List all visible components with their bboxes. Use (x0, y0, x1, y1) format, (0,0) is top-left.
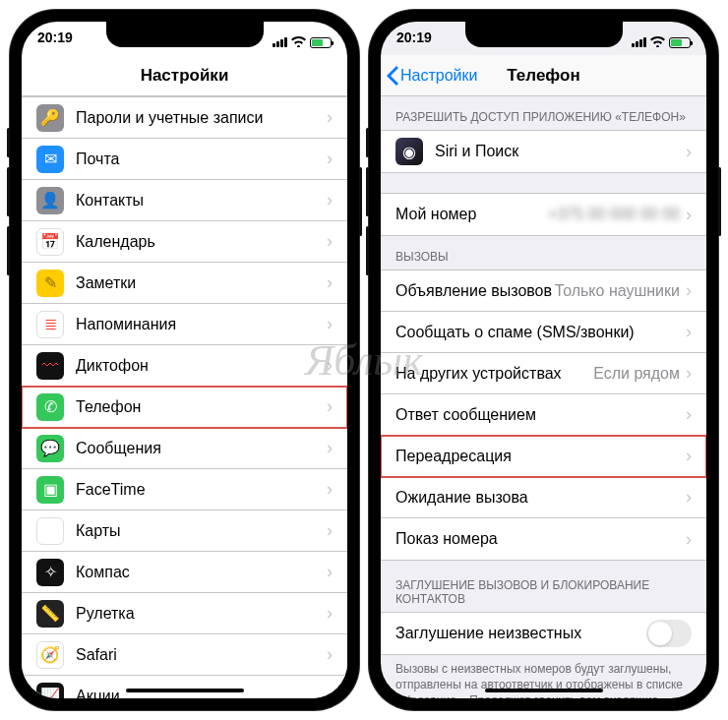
calls-row-4[interactable]: Переадресация› (381, 436, 706, 477)
calls-row-1[interactable]: Сообщать о спаме (SMS/звонки)› (381, 312, 706, 353)
chevron-right-icon: › (327, 603, 333, 624)
row-siri-search[interactable]: ◉ Siri и Поиск › (381, 131, 706, 172)
settings-row-5[interactable]: ≣Напоминания› (22, 304, 347, 345)
back-button[interactable]: Настройки (387, 66, 477, 86)
settings-row-13[interactable]: 🧭Safari› (22, 634, 347, 676)
calls-row-2[interactable]: На других устройствахЕсли рядом› (381, 353, 706, 394)
settings-row-12[interactable]: 📏Рулетка› (22, 593, 347, 634)
home-indicator (126, 689, 244, 692)
chevron-right-icon: › (686, 529, 692, 550)
app-icon: 〰 (36, 352, 64, 380)
app-icon: 👤 (36, 187, 64, 214)
settings-row-1[interactable]: ✉Почта› (22, 139, 347, 180)
app-icon: ≣ (36, 311, 64, 338)
notch (106, 22, 264, 47)
settings-row-11[interactable]: ✧Компас› (22, 552, 347, 593)
signal-icon (632, 37, 646, 47)
calls-row-6[interactable]: Показ номера› (381, 518, 706, 560)
settings-row-4[interactable]: ✎Заметки› (22, 263, 347, 304)
settings-list[interactable]: 🔑Пароли и учетные записи›✉Почта›👤Контакт… (22, 96, 347, 698)
toggle-silence[interactable] (646, 620, 692, 647)
row-silence-unknown[interactable]: Заглушение неизвестных (381, 613, 706, 654)
chevron-right-icon: › (327, 396, 333, 417)
chevron-right-icon: › (327, 562, 333, 582)
calls-row-0[interactable]: Объявление вызововТолько наушники› (381, 270, 706, 312)
app-icon: 📏 (36, 600, 64, 628)
status-time: 20:19 (396, 30, 432, 55)
chevron-right-icon: › (686, 363, 692, 384)
nav-bar: Настройки (22, 55, 347, 96)
siri-icon: ◉ (395, 138, 423, 165)
chevron-right-icon: › (686, 404, 692, 425)
chevron-right-icon: › (327, 149, 333, 169)
settings-row-0[interactable]: 🔑Пароли и учетные записи› (22, 97, 347, 139)
app-icon: 📈 (36, 683, 64, 699)
chevron-right-icon: › (327, 314, 333, 334)
settings-row-3[interactable]: 📅Календарь› (22, 221, 347, 263)
status-time: 20:19 (37, 30, 73, 55)
app-icon: 🧭 (36, 641, 64, 669)
app-icon: ✧ (36, 559, 64, 586)
chevron-right-icon: › (686, 446, 692, 466)
settings-row-10[interactable]: 🗺Карты› (22, 510, 347, 552)
settings-row-14[interactable]: 📈Акции› (22, 676, 347, 698)
nav-bar: Настройки Телефон (381, 55, 706, 96)
chevron-right-icon: › (327, 190, 333, 210)
chevron-right-icon: › (327, 520, 333, 541)
notch (465, 22, 623, 47)
chevron-right-icon: › (327, 355, 333, 376)
app-icon: 📅 (36, 228, 64, 256)
battery-icon (310, 37, 332, 48)
phone-settings-list[interactable]: РАЗРЕШИТЬ ДОСТУП ПРИЛОЖЕНИЮ «ТЕЛЕФОН» ◉ … (381, 96, 706, 698)
chevron-right-icon: › (327, 231, 333, 252)
settings-row-8[interactable]: 💬Сообщения› (22, 428, 347, 469)
section-header-access: РАЗРЕШИТЬ ДОСТУП ПРИЛОЖЕНИЮ «ТЕЛЕФОН» (381, 96, 706, 130)
app-icon: ✉ (36, 146, 64, 173)
home-indicator (485, 689, 603, 692)
chevron-right-icon: › (327, 644, 333, 665)
app-icon: 🔑 (36, 104, 64, 132)
battery-icon (669, 37, 691, 48)
settings-row-9[interactable]: ▣FaceTime› (22, 469, 347, 510)
chevron-right-icon: › (686, 205, 692, 225)
row-my-number[interactable]: Мой номер +375 00 000 00 00 › (381, 194, 706, 235)
section-header-calls: ВЫЗОВЫ (381, 236, 706, 270)
section-header-silence: ЗАГЛУШЕНИЕ ВЫЗОВОВ И БЛОКИРОВАНИЕ КОНТАК… (381, 561, 706, 612)
settings-row-7[interactable]: ✆Телефон› (22, 387, 347, 428)
chevron-right-icon: › (327, 686, 333, 698)
my-number-value: +375 00 000 00 00 (548, 206, 680, 223)
wifi-icon (650, 34, 665, 50)
settings-row-6[interactable]: 〰Диктофон› (22, 345, 347, 387)
chevron-right-icon: › (686, 322, 692, 342)
app-icon: 💬 (36, 435, 64, 462)
calls-row-3[interactable]: Ответ сообщением› (381, 394, 706, 436)
app-icon: ✆ (36, 393, 64, 421)
app-icon: ✎ (36, 270, 64, 297)
iphone-right: 20:19 Настройки Телефон РАЗРЕШИТЬ ДОСТУП… (369, 10, 718, 710)
signal-icon (273, 37, 287, 47)
settings-row-2[interactable]: 👤Контакты› (22, 180, 347, 221)
wifi-icon (291, 34, 306, 50)
nav-title: Настройки (22, 66, 347, 86)
calls-row-5[interactable]: Ожидание вызова› (381, 477, 706, 518)
iphone-left: 20:19 Настройки 🔑Пароли и учетные записи… (10, 10, 359, 710)
chevron-right-icon: › (686, 142, 692, 162)
chevron-left-icon (387, 66, 398, 86)
chevron-right-icon: › (327, 479, 333, 500)
chevron-right-icon: › (686, 280, 692, 301)
chevron-right-icon: › (327, 107, 333, 128)
chevron-right-icon: › (327, 438, 333, 458)
chevron-right-icon: › (686, 487, 692, 508)
app-icon: ▣ (36, 476, 64, 504)
app-icon: 🗺 (36, 517, 64, 545)
chevron-right-icon: › (327, 272, 333, 293)
